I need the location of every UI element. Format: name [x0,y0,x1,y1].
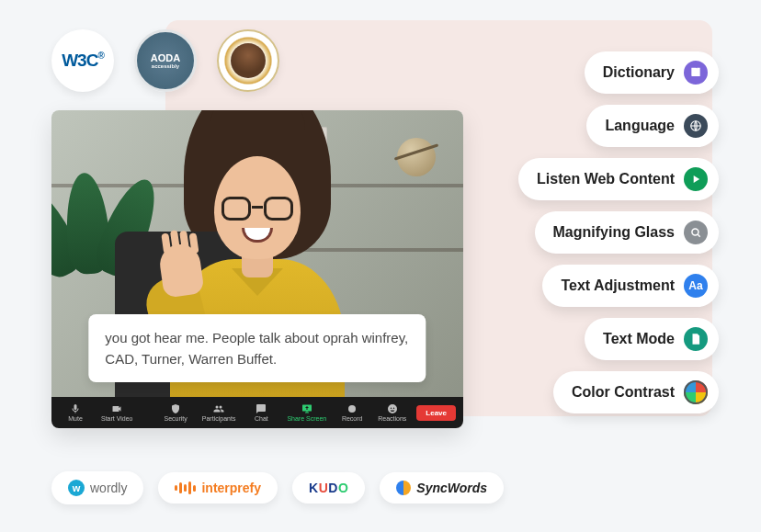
share-screen-button[interactable]: Share Screen [281,403,332,422]
interprefy-text: interprefy [201,481,261,495]
globe-icon [684,114,708,138]
search-icon [684,221,708,244]
syncwords-logo: SyncWords [380,472,504,504]
video-feed: you got hear me. People talk about oprah… [51,110,463,397]
dictionary-pill[interactable]: Dictionary [585,51,719,94]
kudo-logo: KUDO [292,472,365,504]
chat-icon [256,403,267,414]
syncwords-text: SyncWords [416,481,487,495]
color-contrast-pill[interactable]: Color Contrast [553,371,719,413]
aoda-label: AODA [151,52,180,63]
listen-web-content-pill[interactable]: Listen Web Content [518,158,719,200]
kudo-text: KUDO [309,481,348,495]
pill-label: Text Mode [603,331,675,347]
pill-label: Magnifying Glass [553,224,675,241]
camera-icon [111,403,122,414]
play-icon [684,167,708,191]
record-button[interactable]: Record [335,403,369,422]
aa-icon: Aa [684,274,708,298]
wordly-logo: w wordly [51,471,143,504]
magnifying-glass-pill[interactable]: Magnifying Glass [535,211,719,254]
wordly-icon: w [68,480,85,496]
video-call-card: you got hear me. People talk about oprah… [51,110,463,428]
pill-label: Text Adjustment [561,277,675,294]
shield-icon [170,403,181,414]
svg-point-2 [692,229,699,235]
mic-icon [70,403,81,414]
chat-button[interactable]: Chat [244,403,278,422]
wordly-text: wordly [90,481,127,495]
pill-label: Listen Web Content [537,171,675,187]
mute-button[interactable]: Mute [59,403,92,422]
interprefy-icon [175,481,196,494]
pill-label: Language [605,118,675,134]
compliance-badges: W3C® AODA accessibly [51,29,279,92]
pill-label: Dictionary [603,64,675,81]
aoda-badge: AODA accessibly [134,29,197,92]
doj-badge [217,29,279,92]
call-toolbar: Mute Start Video Security Participants C… [51,397,463,428]
svg-point-0 [348,405,356,413]
caption-text: you got hear me. People talk about oprah… [105,330,408,367]
start-video-button[interactable]: Start Video [96,403,139,422]
record-icon [346,403,358,414]
text-adjustment-pill[interactable]: Text Adjustment Aa [542,265,719,307]
text-mode-pill[interactable]: Text Mode [585,318,719,360]
w3c-badge: W3C® [51,29,114,92]
reactions-button[interactable]: Reactions [372,403,412,422]
share-icon [301,403,312,414]
people-icon [213,403,224,414]
doc-icon [684,327,708,351]
partner-logos: w wordly interprefy KUDO SyncWords [51,471,504,504]
contrast-icon [684,380,708,404]
participants-button[interactable]: Participants [197,403,242,422]
pill-label: Color Contrast [572,384,675,401]
accessibility-features-list: Dictionary Language Listen Web Content M… [518,51,719,413]
language-pill[interactable]: Language [586,105,719,147]
interprefy-logo: interprefy [158,472,278,504]
leave-button[interactable]: Leave [416,405,456,421]
security-button[interactable]: Security [159,403,193,422]
live-caption: you got hear me. People talk about oprah… [88,314,426,383]
w3c-label: W3C [62,51,97,71]
book-icon [684,61,708,85]
smile-icon [387,403,398,414]
syncwords-icon [396,481,411,495]
